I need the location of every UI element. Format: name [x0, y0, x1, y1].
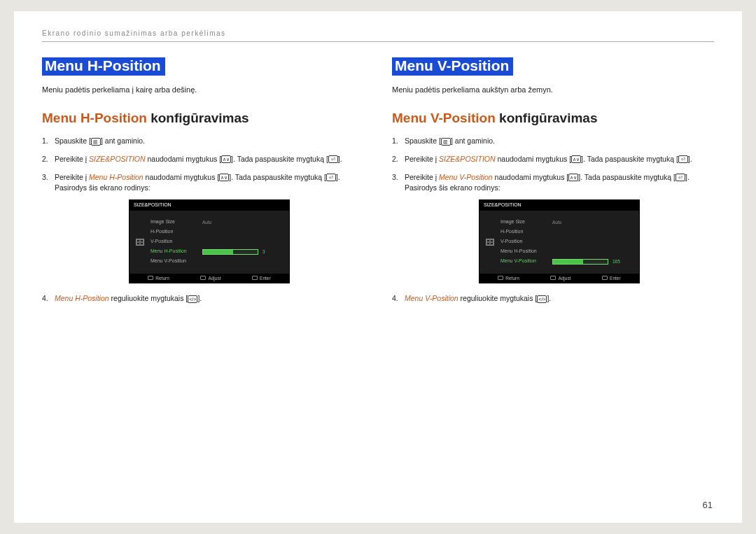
osd-screenshot-h: SIZE&POSITION Image SizeAuto H-Position …	[129, 199, 290, 283]
step-3: Pereikite į Menu V-Position naudodami my…	[392, 172, 714, 284]
link-menu-h: Menu H-Position	[89, 173, 144, 181]
subheading-rest: konfigūravimas	[496, 111, 598, 125]
step-4: Menu V-Position reguliuokite mygtukais […	[392, 293, 714, 304]
adjust-icon	[550, 276, 556, 280]
osd-side-icon	[135, 239, 145, 246]
enter-icon: ⏎	[326, 174, 336, 181]
osd-row: H-Position	[500, 227, 634, 237]
page-header: Ekrano rodinio sumažinimas arba perkėlim…	[42, 29, 714, 42]
up-down-icon: ∧∨	[221, 155, 231, 163]
subheading-v: Menu V-Position konfigūravimas	[392, 111, 714, 126]
osd-slider	[552, 259, 608, 265]
enter-icon	[252, 276, 258, 280]
left-right-icon: </>	[537, 295, 547, 303]
section-desc-h: Meniu padėtis perkeliama į kairę arba de…	[42, 85, 364, 94]
enter-icon: ⏎	[676, 174, 685, 181]
link-size-position: SIZE&POSITION	[89, 155, 146, 163]
section-desc-v: Meniu padėtis perkeliama aukštyn arba že…	[392, 85, 714, 94]
step-2: Pereikite į SIZE&POSITION naudodami mygt…	[42, 154, 364, 165]
manual-page: Ekrano rodinio sumažinimas arba perkėlim…	[14, 11, 742, 523]
up-down-icon: ∧∨	[571, 155, 581, 163]
right-column: Menu V-Position Meniu padėtis perkeliama…	[392, 57, 714, 311]
link-menu-h: Menu H-Position	[55, 294, 109, 302]
two-column-layout: Menu H-Position Meniu padėtis perkeliama…	[42, 57, 714, 311]
enter-icon	[602, 276, 608, 280]
menu-icon: ▥	[91, 138, 101, 146]
page-number: 61	[703, 500, 713, 510]
osd-row: H-Position	[150, 227, 284, 237]
step-4: Menu H-Position reguliuokite mygtukais […	[42, 293, 364, 304]
osd-row-selected: Menu H-Position3	[150, 247, 284, 257]
link-menu-v: Menu V-Position	[405, 294, 458, 302]
osd-row: Image SizeAuto	[500, 218, 634, 227]
adjust-icon	[200, 276, 206, 280]
osd-row: Menu V-Position	[150, 257, 284, 267]
osd-title: SIZE&POSITION	[479, 200, 639, 211]
left-right-icon: </>	[188, 295, 197, 303]
osd-row-selected: Menu V-Position165	[500, 257, 634, 267]
step-3: Pereikite į Menu H-Position naudodami my…	[42, 172, 364, 284]
osd-row: Menu H-Position	[500, 247, 634, 257]
osd-screenshot-v: SIZE&POSITION Image SizeAuto H-Position …	[479, 199, 640, 283]
osd-slider	[202, 249, 258, 255]
subheading-highlight: Menu V-Position	[392, 111, 496, 125]
up-down-icon: ∧∨	[568, 174, 578, 181]
osd-side-icon	[485, 239, 495, 246]
section-title-v: Menu V-Position	[392, 57, 513, 76]
return-icon	[498, 276, 503, 280]
enter-icon: ⏎	[678, 155, 688, 163]
subheading-highlight: Menu H-Position	[42, 111, 147, 125]
osd-title: SIZE&POSITION	[130, 200, 289, 211]
step-2: Pereikite į SIZE&POSITION naudodami mygt…	[392, 154, 714, 165]
step-1: Spauskite [▥] ant gaminio.	[42, 136, 364, 147]
section-title-h: Menu H-Position	[42, 57, 165, 76]
menu-icon: ▥	[441, 138, 451, 146]
osd-row: V-Position	[500, 237, 634, 247]
step-1: Spauskite [▥] ant gaminio.	[392, 136, 714, 147]
enter-icon: ⏎	[328, 155, 338, 163]
osd-footer: Return Adjust Enter	[479, 274, 639, 283]
subheading-h: Menu H-Position konfigūravimas	[42, 111, 364, 126]
link-size-position: SIZE&POSITION	[439, 155, 496, 163]
left-column: Menu H-Position Meniu padėtis perkeliama…	[42, 57, 364, 311]
steps-h: Spauskite [▥] ant gaminio. Pereikite į S…	[42, 136, 364, 304]
osd-footer: Return Adjust Enter	[130, 274, 289, 283]
osd-row: Image SizeAuto	[150, 218, 284, 227]
return-icon	[148, 276, 153, 280]
up-down-icon: ∧∨	[219, 174, 229, 181]
osd-row: V-Position	[150, 237, 284, 247]
steps-v: Spauskite [▥] ant gaminio. Pereikite į S…	[392, 136, 714, 304]
link-menu-v: Menu V-Position	[439, 173, 493, 181]
subheading-rest: konfigūravimas	[147, 111, 249, 125]
